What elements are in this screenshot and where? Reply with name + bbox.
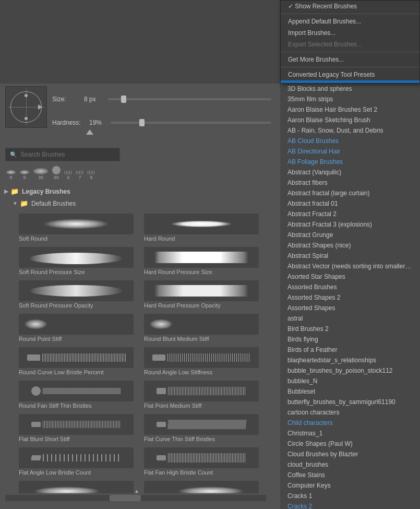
library-item-7[interactable]: AB Foliage Brushes [280,157,420,167]
library-item-20[interactable]: Assorted Shapes 2 [280,292,420,303]
library-item-23[interactable]: Bird Brushes 2 [280,324,420,334]
size-slider-track[interactable] [108,98,271,100]
library-item-37[interactable]: Coffee Stains [280,470,420,480]
brush-preview-soft-round [19,214,134,234]
brush-list-container: ▶ 📁 Legacy Brushes ▼ 📁 Default Brushes S… [0,185,271,493]
dropdown-divider-2 [281,52,419,52]
library-item-1[interactable]: 35mm film strips [280,94,420,104]
library-item-39[interactable]: Cracks 1 [280,491,420,501]
brush-cell-hard-round[interactable]: Hard Round [142,211,267,244]
brush-cell-hrpo[interactable]: Hard Round Pressure Opacity [142,278,267,311]
brush-preview-rfstb [19,381,134,401]
library-item-8[interactable]: Abstract (Vanquilic) [280,167,420,177]
brush-cell-srlhp[interactable]: Soft Round Left Hand Pose [17,479,142,493]
library-item-21[interactable]: Assorted Shapes [280,303,420,313]
preset-soft-8b[interactable]: 8 [20,170,29,180]
brush-cell-fpms[interactable]: Flat Point Medium Stiff [142,378,267,411]
library-item-13[interactable]: Abstract Fractal 3 (explosions) [280,219,420,230]
brush-preview-hrps [144,247,259,268]
library-item-31[interactable]: cartoon characters [280,407,420,418]
size-value: 8 px [84,96,105,103]
preset-small-8[interactable]: 8 [88,171,95,180]
library-item-32[interactable]: Child characters [280,418,420,428]
brush-cell-rps[interactable]: Round Point Stiff [17,312,142,344]
library-item-6[interactable]: AB Directional Hair [280,146,420,157]
brush-cell-rclbp[interactable]: Round Curve Low Bristle Percent [17,345,142,377]
brush-cell-rals[interactable]: Round Angle Low Stiffness [142,345,267,377]
brush-cell-fctsb[interactable]: Flat Curve Thin Stiff Bristles [142,412,267,444]
brush-row-2: Soft Round Pressure Opacity Hard Round P… [17,278,267,311]
library-item-22[interactable]: astral [280,313,420,324]
preset-small-6[interactable]: 6 [65,171,72,180]
library-item-29[interactable]: Bubbleset [280,386,420,397]
library-item-9[interactable]: Abstract fibers [280,177,420,188]
folder-default-brushes[interactable]: ▼ 📁 Default Brushes [0,197,271,209]
brush-preview-hard-round [144,214,259,234]
brush-cell-srps[interactable]: Soft Round Pressure Size [17,245,142,277]
library-item-36[interactable]: cloud_brushes [280,459,420,470]
library-item-24[interactable]: Birds flying [280,334,420,345]
brush-name-hrps: Hard Round Pressure Size [144,269,212,275]
library-item-10[interactable]: Abstract fractal (large curtain) [280,188,420,198]
dropdown-converted-legacy[interactable]: Converted Legacy Tool Presets [281,69,419,80]
library-item-25[interactable]: Birds of a Feather [280,345,420,355]
preset-medium-35[interactable]: 35 [33,168,48,180]
library-item-4[interactable]: AB - Rain, Snow, Dust, and Debris [280,125,420,136]
brush-cell-soft-round[interactable]: Soft Round [17,211,142,244]
hardness-slider-track[interactable] [111,122,271,124]
library-item-34[interactable]: Circle Shapes (Paul W) [280,439,420,449]
library-item-18[interactable]: Asorted Star Shapes [280,271,420,282]
preset-soft-8[interactable]: 8 [6,170,16,180]
hardness-slider-thumb[interactable] [139,119,145,126]
dropdown-append-default[interactable]: Append Default Brushes... [281,16,419,27]
library-item-40[interactable]: Cracks 2 [280,501,420,509]
brush-cell-falbc[interactable]: Flat Angle Low Bristle Count [17,445,142,478]
dropdown-divider-1 [281,14,419,14]
search-input[interactable] [20,151,115,158]
dropdown-legacy-brushes[interactable]: Legacy Brushes [281,80,419,84]
library-item-15[interactable]: Abstract Shapes (nice) [280,240,420,251]
library-item-5[interactable]: AB Cloud Brushes [280,136,420,146]
brush-name-falbc: Flat Angle Low Bristle Count [19,469,91,476]
library-item-12[interactable]: Abstract Fractal 2 [280,209,420,219]
brush-cell-hrps[interactable]: Hard Round Pressure Size [142,245,267,277]
brush-preview-rclbp [19,347,134,368]
preset-small-7[interactable]: 7 [76,171,83,180]
h-scrollbar-track[interactable] [5,495,266,501]
brush-cell-rbms[interactable]: Round Blunt Medium Stiff [142,312,267,344]
library-item-26[interactable]: blaqheartedstar_s_relationships [280,355,420,365]
brush-cell-fbss[interactable]: Flat Blunt Short Stiff [17,412,142,444]
folder-legacy-brushes[interactable]: ▶ 📁 Legacy Brushes [0,185,271,197]
brush-name-rbms: Round Blunt Medium Stiff [144,336,209,342]
library-item-0[interactable]: 3D Blocks and spheres [280,84,420,94]
brush-cell-rfstb[interactable]: Round Fan Stiff Thin Bristles [17,378,142,411]
library-item-16[interactable]: Abstract Spiral [280,251,420,261]
dropdown-get-more[interactable]: Get More Brushes... [281,54,419,65]
library-item-27[interactable]: bubble_brushes_by_poison_stock112 [280,365,420,376]
size-slider-thumb[interactable] [121,96,126,103]
library-item-30[interactable]: butterfly_brushes_by_sammigurl61190 [280,397,420,407]
library-item-19[interactable]: Assorted Brushes [280,282,420,292]
library-item-2[interactable]: Aaron Blaise Hair Brushes Set 2 [280,104,420,115]
dropdown-import[interactable]: Import Brushes... [281,27,419,39]
brush-cell-srrhp[interactable]: Soft Round Right Hand Pose [142,479,267,493]
brush-name-fbss: Flat Blunt Short Stiff [19,436,70,442]
library-item-14[interactable]: Abstract Grunge [280,230,420,240]
preset-6-size: 7 [78,175,81,180]
brush-preview-ffhbc [144,447,259,468]
library-item-38[interactable]: Computer Keys [280,480,420,491]
brush-cell-srpo[interactable]: Soft Round Pressure Opacity [17,278,142,311]
library-item-17[interactable]: Abstract Vector (needs sorting into smal… [280,261,420,271]
library-item-28[interactable]: bubbles_N [280,376,420,386]
library-item-11[interactable]: Abstract fractal 01 [280,198,420,209]
size-control: Size: 8 px [52,96,271,103]
library-item-3[interactable]: Aaron Blaise Sketching Brush [280,115,420,125]
scroll-up-button[interactable]: ▲ [133,487,140,494]
search-bar[interactable]: 🔍 [5,148,120,161]
preset-hard-90[interactable]: 90 [52,166,61,180]
dropdown-show-recent[interactable]: Show Recent Brushes [281,1,419,12]
brush-cell-ffhbc[interactable]: Flat Fan High Bristle Count [142,445,267,478]
library-item-33[interactable]: Christmas_1 [280,428,420,439]
library-item-35[interactable]: Cloud Brushes by Blazter [280,449,420,459]
h-scrollbar-thumb[interactable] [110,495,141,501]
